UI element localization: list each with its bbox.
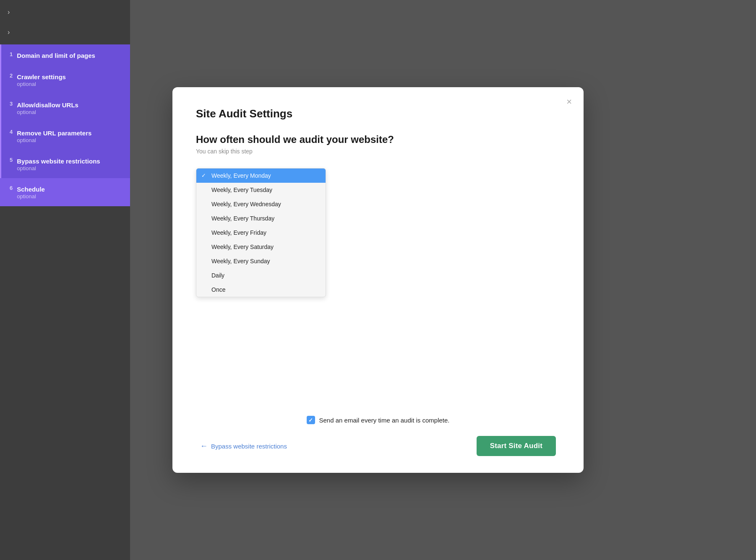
modal-footer: ✓ Send an email every time an audit is c…	[196, 396, 560, 456]
close-button[interactable]: ×	[566, 97, 572, 106]
email-checkbox-row: ✓ Send an email every time an audit is c…	[196, 416, 560, 424]
modal: × Site Audit Settings How often should w…	[172, 87, 584, 473]
start-audit-button[interactable]: Start Site Audit	[477, 436, 556, 456]
dropdown-option-4[interactable]: Weekly, Every Friday	[196, 226, 326, 240]
back-link-label: Bypass website restrictions	[211, 443, 287, 450]
modal-title: Site Audit Settings	[196, 107, 560, 120]
dropdown-option-3[interactable]: Weekly, Every Thursday	[196, 211, 326, 226]
dropdown-list: Weekly, Every MondayWeekly, Every Tuesda…	[196, 168, 326, 297]
checkbox-check-icon: ✓	[308, 417, 313, 423]
dropdown-option-1[interactable]: Weekly, Every Tuesday	[196, 183, 326, 197]
back-arrow-icon: ←	[200, 442, 208, 451]
dropdown-option-8[interactable]: Once	[196, 283, 326, 297]
dropdown-option-7[interactable]: Daily	[196, 268, 326, 283]
modal-backdrop: × Site Audit Settings How often should w…	[0, 0, 756, 560]
dropdown-option-6[interactable]: Weekly, Every Sunday	[196, 254, 326, 268]
footer-buttons: ← Bypass website restrictions Start Site…	[196, 436, 560, 456]
dropdown-option-5[interactable]: Weekly, Every Saturday	[196, 240, 326, 254]
section-title: How often should we audit your website?	[196, 134, 560, 145]
dropdown-option-0[interactable]: Weekly, Every Monday	[196, 169, 326, 183]
dropdown-option-2[interactable]: Weekly, Every Wednesday	[196, 197, 326, 211]
email-label: Send an email every time an audit is com…	[319, 417, 450, 424]
back-link[interactable]: ← Bypass website restrictions	[200, 442, 287, 451]
schedule-dropdown[interactable]: Weekly, Every MondayWeekly, Every Tuesda…	[196, 168, 326, 297]
email-checkbox[interactable]: ✓	[307, 416, 315, 424]
section-subtitle: You can skip this step	[196, 148, 560, 155]
